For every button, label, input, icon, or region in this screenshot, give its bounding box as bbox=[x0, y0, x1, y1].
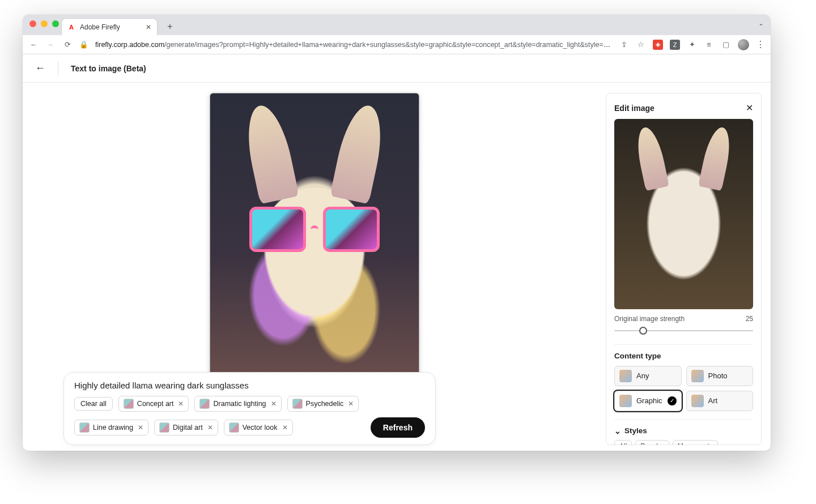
ct-swatch-icon bbox=[619, 395, 632, 407]
style-tab-all[interactable]: All bbox=[614, 440, 632, 445]
strength-value: 25 bbox=[746, 315, 753, 323]
content-type-art[interactable]: Art bbox=[686, 391, 754, 411]
style-chip[interactable]: Line drawing✕ bbox=[74, 420, 148, 435]
minimize-window-icon[interactable] bbox=[41, 20, 48, 27]
style-swatch-icon bbox=[79, 422, 90, 433]
chip-label: Digital art bbox=[173, 424, 203, 432]
panel-title: Edit image bbox=[614, 104, 654, 113]
browser-tab[interactable]: A Adobe Firefly ✕ bbox=[61, 18, 158, 35]
check-icon: ✓ bbox=[668, 396, 677, 405]
remove-chip-icon[interactable]: ✕ bbox=[271, 400, 277, 408]
extension-icon[interactable]: Z bbox=[670, 40, 680, 50]
ct-label: Graphic bbox=[636, 396, 662, 405]
main-area: Highly detailed llama wearing dark sungl… bbox=[23, 83, 771, 451]
tab-title: Adobe Firefly bbox=[80, 23, 120, 31]
toolbar-right: ⇪ ☆ ◈ Z ✦ ≡ ▢ ⋮ bbox=[619, 39, 765, 50]
style-tab-popular[interactable]: Popular bbox=[635, 440, 669, 445]
style-category-tabs: All Popular Movements Themes Techniques … bbox=[614, 440, 753, 445]
edit-panel: Edit image ✕ Original image strength 25 … bbox=[606, 93, 762, 445]
style-chip[interactable]: Dramatic lighting✕ bbox=[194, 396, 281, 412]
content-type-photo[interactable]: Photo bbox=[686, 366, 754, 386]
chip-label: Line drawing bbox=[93, 424, 133, 432]
style-chip[interactable]: Vector look✕ bbox=[224, 420, 293, 435]
strength-slider[interactable] bbox=[614, 325, 753, 336]
sunglasses-shape bbox=[249, 207, 380, 252]
clear-all-button[interactable]: Clear all bbox=[74, 397, 113, 411]
profile-avatar[interactable] bbox=[738, 39, 749, 50]
maximize-window-icon[interactable] bbox=[52, 20, 59, 27]
url-path: /generate/images?prompt=Highly+detailed+… bbox=[164, 41, 612, 49]
nav-back-button[interactable]: ← bbox=[28, 41, 39, 49]
close-tab-icon[interactable]: ✕ bbox=[146, 23, 151, 31]
remove-chip-icon[interactable]: ✕ bbox=[138, 424, 143, 432]
refresh-button[interactable]: Refresh bbox=[371, 417, 425, 438]
tab-strip: A Adobe Firefly ✕ + ⌄ bbox=[23, 15, 771, 35]
url-field[interactable]: firefly.corp.adobe.com/generate/images?p… bbox=[95, 41, 612, 49]
star-icon[interactable]: ☆ bbox=[636, 40, 646, 49]
chip-label: Psychedelic bbox=[306, 400, 344, 408]
content-type-graphic[interactable]: Graphic✓ bbox=[614, 391, 682, 411]
kebab-menu-icon[interactable]: ⋮ bbox=[756, 39, 765, 50]
extension-icon[interactable]: ◈ bbox=[653, 40, 663, 50]
remove-chip-icon[interactable]: ✕ bbox=[282, 424, 288, 432]
share-icon[interactable]: ⇪ bbox=[619, 40, 629, 49]
style-tab-movements[interactable]: Movements bbox=[673, 440, 718, 445]
firefly-favicon-icon: A bbox=[67, 23, 75, 31]
page-back-button[interactable]: ← bbox=[35, 62, 45, 74]
styles-section: ⌄ Styles All Popular Movements Themes Te… bbox=[614, 419, 753, 445]
close-panel-icon[interactable]: ✕ bbox=[746, 102, 753, 113]
strength-label: Original image strength bbox=[614, 315, 685, 323]
puzzle-extensions-icon[interactable]: ✦ bbox=[687, 40, 697, 49]
window-controls[interactable] bbox=[29, 20, 59, 27]
page-header: ← Text to image (Beta) bbox=[23, 54, 771, 83]
chevron-down-icon: ⌄ bbox=[614, 426, 621, 435]
side-panel-icon[interactable]: ▢ bbox=[721, 40, 731, 49]
page-title: Text to image (Beta) bbox=[71, 64, 146, 73]
ct-label: Any bbox=[636, 371, 649, 380]
remove-chip-icon[interactable]: ✕ bbox=[178, 400, 184, 408]
browser-window: A Adobe Firefly ✕ + ⌄ ← → ⟳ 🔒 firefly.co… bbox=[23, 15, 771, 451]
style-swatch-icon bbox=[229, 422, 239, 433]
chip-label: Vector look bbox=[243, 424, 278, 432]
close-window-icon[interactable] bbox=[29, 20, 36, 27]
reading-list-icon[interactable]: ≡ bbox=[704, 41, 714, 49]
panel-header: Edit image ✕ bbox=[614, 102, 753, 113]
nav-forward-button[interactable]: → bbox=[45, 41, 56, 49]
reference-image[interactable] bbox=[614, 119, 753, 309]
content-type-grid: Any Photo Graphic✓ Art bbox=[614, 366, 753, 411]
content-type-any[interactable]: Any bbox=[614, 366, 682, 386]
style-chip[interactable]: Concept art✕ bbox=[118, 396, 189, 412]
style-chip[interactable]: Digital art✕ bbox=[154, 420, 218, 435]
styles-heading[interactable]: ⌄ Styles bbox=[614, 426, 753, 435]
chip-label: Dramatic lighting bbox=[213, 400, 266, 408]
new-tab-button[interactable]: + bbox=[163, 20, 177, 33]
remove-chip-icon[interactable]: ✕ bbox=[207, 424, 213, 432]
style-swatch-icon bbox=[199, 399, 210, 409]
prompt-box: Highly detailed llama wearing dark sungl… bbox=[63, 372, 436, 445]
canvas-area: Highly detailed llama wearing dark sungl… bbox=[23, 83, 606, 451]
llama-ear-shape bbox=[330, 102, 389, 204]
lock-icon: 🔒 bbox=[79, 40, 88, 49]
style-swatch-icon bbox=[159, 422, 169, 433]
strength-label-row: Original image strength 25 bbox=[614, 315, 753, 323]
prompt-bar: Highly detailed llama wearing dark sungl… bbox=[63, 372, 436, 445]
content-type-section: Content type Any Photo Graphic✓ Art bbox=[614, 344, 753, 411]
style-swatch-icon bbox=[292, 399, 303, 409]
ct-label: Art bbox=[708, 396, 718, 405]
chip-label: Concept art bbox=[137, 400, 174, 408]
style-swatch-icon bbox=[124, 399, 134, 409]
slider-knob[interactable] bbox=[639, 327, 647, 335]
url-host: firefly.corp.adobe.com bbox=[95, 41, 164, 49]
tab-list-chevron-icon[interactable]: ⌄ bbox=[758, 19, 764, 27]
content-type-heading: Content type bbox=[614, 352, 753, 360]
address-bar: ← → ⟳ 🔒 firefly.corp.adobe.com/generate/… bbox=[23, 35, 771, 54]
prompt-input[interactable]: Highly detailed llama wearing dark sungl… bbox=[74, 381, 425, 390]
lens-shape bbox=[323, 207, 380, 252]
header-divider bbox=[58, 62, 58, 75]
generated-image[interactable] bbox=[210, 93, 419, 382]
llama-ear-shape bbox=[698, 125, 734, 191]
nav-reload-button[interactable]: ⟳ bbox=[62, 40, 73, 49]
style-chip[interactable]: Psychedelic✕ bbox=[287, 396, 359, 412]
llama-ear-shape bbox=[240, 102, 299, 204]
remove-chip-icon[interactable]: ✕ bbox=[348, 400, 354, 408]
